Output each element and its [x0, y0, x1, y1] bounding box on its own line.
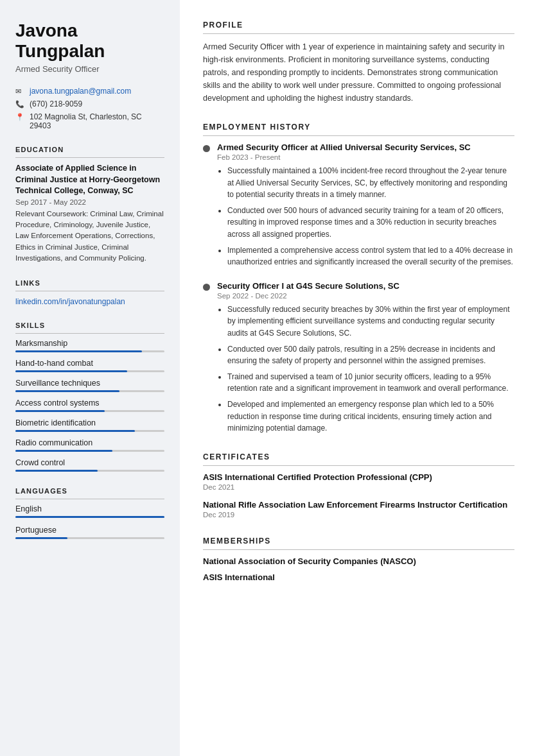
languages-section-title: Languages: [15, 487, 164, 499]
employment-section: Employment History Armed Security Office…: [203, 123, 514, 434]
skill-name: Surveillance techniques: [15, 379, 164, 388]
skill-item: Radio communication: [15, 438, 164, 452]
profile-title: Profile: [203, 21, 514, 34]
job-entry: Security Officer I at G4S Secure Solutio…: [203, 281, 514, 434]
skill-bar-fill: [15, 470, 98, 472]
skill-bar-fill: [15, 390, 119, 392]
skill-bar-bg: [15, 470, 164, 472]
certificates-section: Certificates ASIS International Certifie…: [203, 452, 514, 519]
skill-item: Marksmanship: [15, 339, 164, 352]
skill-name: Biometric identification: [15, 418, 164, 427]
skill-bar-bg: [15, 430, 164, 432]
skill-item: Crowd control: [15, 458, 164, 472]
job-dot: [203, 145, 210, 152]
job-bullet: Trained and supervised a team of 10 juni…: [227, 371, 514, 395]
links-section-title: Links: [15, 279, 164, 291]
job-title: Security Officer I at G4S Secure Solutio…: [217, 281, 514, 291]
membership-entry: National Association of Security Compani…: [203, 556, 514, 566]
skill-bar-fill: [15, 350, 142, 352]
job-date: Feb 2023 - Present: [217, 153, 514, 161]
cert-date: Dec 2019: [203, 511, 514, 519]
job-bullet: Conducted over 500 daily patrols, result…: [227, 343, 514, 367]
edu-courses: Relevant Coursework: Criminal Law, Crimi…: [15, 209, 164, 264]
candidate-name: Javona Tungpalan: [15, 21, 164, 62]
job-bullet: Successfully maintained a 100% incident-…: [227, 165, 514, 201]
skill-bar-bg: [15, 390, 164, 392]
skill-bar-fill: [15, 370, 127, 372]
cert-date: Dec 2021: [203, 483, 514, 491]
certs-list: ASIS International Certified Protection …: [203, 472, 514, 519]
skills-section: Skills Marksmanship Hand-to-hand combat …: [15, 322, 164, 472]
skill-bar-bg: [15, 350, 164, 352]
contact-email-item: ✉ javona.tungpalan@gmail.com: [15, 87, 164, 96]
job-bullets: Successfully maintained a 100% incident-…: [217, 165, 514, 268]
job-bullet: Developed and implemented an emergency r…: [227, 399, 514, 434]
links-section: Links linkedin.com/in/javonatungpalan: [15, 279, 164, 306]
edu-dates: Sep 2017 - May 2022: [15, 198, 164, 206]
main-content: Profile Armed Security Officer with 1 ye…: [180, 0, 535, 756]
email-icon: ✉: [15, 87, 24, 96]
skill-bar-fill: [15, 410, 105, 412]
skill-bar-fill: [15, 450, 112, 452]
contact-list: ✉ javona.tungpalan@gmail.com 📞 (670) 218…: [15, 87, 164, 130]
job-entry: Armed Security Officer at Allied Univers…: [203, 142, 514, 268]
edu-degree: Associate of Applied Science in Criminal…: [15, 163, 164, 197]
contact-address-item: 📍 102 Magnolia St, Charleston, SC 29403: [15, 112, 164, 130]
skill-name: Access control systems: [15, 399, 164, 408]
education-section: Education Associate of Applied Science i…: [15, 146, 164, 264]
lang-bar-bg: [15, 516, 164, 518]
employment-title: Employment History: [203, 123, 514, 136]
email-link[interactable]: javona.tungpalan@gmail.com: [30, 87, 131, 96]
skill-name: Crowd control: [15, 458, 164, 467]
job-title: Armed Security Officer at Allied Univers…: [217, 142, 514, 152]
job-bullets: Successfully reduced security breaches b…: [217, 304, 514, 434]
cert-name: National Rifle Association Law Enforceme…: [203, 500, 514, 510]
job-bullet: Successfully reduced security breaches b…: [227, 304, 514, 339]
lang-bar-fill: [15, 516, 164, 518]
job-date: Sep 2022 - Dec 2022: [217, 292, 514, 300]
skill-item: Biometric identification: [15, 418, 164, 432]
address-text: 102 Magnolia St, Charleston, SC 29403: [30, 112, 164, 130]
skill-name: Marksmanship: [15, 339, 164, 348]
phone-text: (670) 218-9059: [30, 99, 82, 108]
membership-entry: ASIS International: [203, 572, 514, 582]
lang-item: Portuguese: [15, 526, 164, 539]
job-bullet: Conducted over 500 hours of advanced sec…: [227, 205, 514, 241]
memberships-section: Memberships National Association of Secu…: [203, 537, 514, 582]
location-icon: 📍: [15, 113, 24, 121]
skill-bar-bg: [15, 370, 164, 372]
linkedin-link[interactable]: linkedin.com/in/javonatungpalan: [15, 297, 125, 306]
cert-entry: ASIS International Certified Protection …: [203, 472, 514, 491]
lang-name: Portuguese: [15, 526, 164, 535]
skill-item: Surveillance techniques: [15, 379, 164, 392]
jobs-list: Armed Security Officer at Allied Univers…: [203, 142, 514, 434]
memberships-list: National Association of Security Compani…: [203, 556, 514, 582]
skill-bar-bg: [15, 410, 164, 412]
cert-name: ASIS International Certified Protection …: [203, 472, 514, 482]
certificates-title: Certificates: [203, 452, 514, 466]
lang-name: English: [15, 504, 164, 513]
skill-bar-fill: [15, 430, 135, 432]
skill-item: Hand-to-hand combat: [15, 359, 164, 372]
job-bullet: Implemented a comprehensive access contr…: [227, 245, 514, 268]
profile-text: Armed Security Officer with 1 year of ex…: [203, 40, 514, 105]
skill-name: Hand-to-hand combat: [15, 359, 164, 368]
cert-entry: National Rifle Association Law Enforceme…: [203, 500, 514, 519]
candidate-title: Armed Security Officer: [15, 64, 164, 74]
job-dot: [203, 284, 210, 291]
sidebar: Javona Tungpalan Armed Security Officer …: [0, 0, 180, 756]
languages-section: Languages English Portuguese: [15, 487, 164, 539]
lang-bar-fill: [15, 537, 67, 539]
profile-section: Profile Armed Security Officer with 1 ye…: [203, 21, 514, 105]
skill-bar-bg: [15, 450, 164, 452]
education-section-title: Education: [15, 146, 164, 158]
skills-section-title: Skills: [15, 322, 164, 334]
phone-icon: 📞: [15, 100, 24, 108]
skill-name: Radio communication: [15, 438, 164, 447]
lang-item: English: [15, 504, 164, 518]
lang-bar-bg: [15, 537, 164, 539]
languages-list: English Portuguese: [15, 504, 164, 539]
skill-item: Access control systems: [15, 399, 164, 412]
memberships-title: Memberships: [203, 537, 514, 550]
contact-phone-item: 📞 (670) 218-9059: [15, 99, 164, 108]
